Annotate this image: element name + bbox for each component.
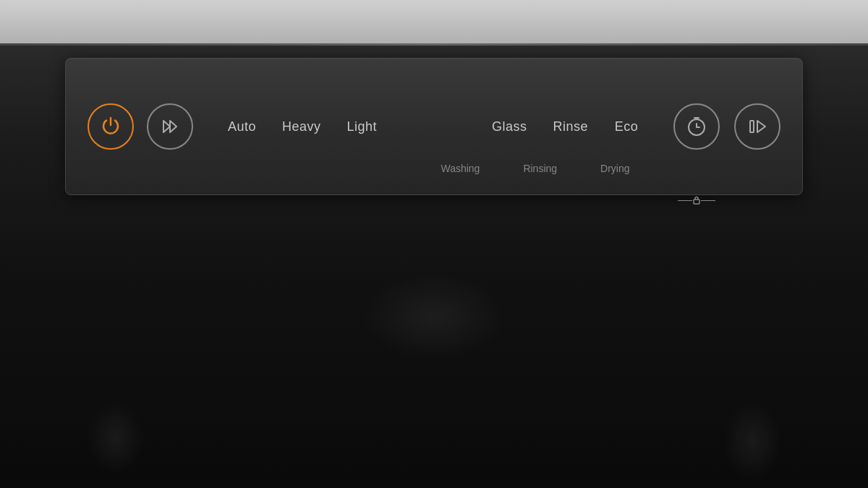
button-row: Auto Heavy Light Glass Rinse xyxy=(88,103,780,150)
lock-indicator xyxy=(678,196,715,205)
timer-icon xyxy=(685,115,708,138)
cycle-glass[interactable]: Glass xyxy=(479,119,540,134)
bottom-right-shadow xyxy=(723,401,781,481)
cycle-light[interactable]: Light xyxy=(334,119,391,134)
cycle-rinse[interactable]: Rinse xyxy=(540,119,601,134)
cycle-glass-label: Glass xyxy=(492,119,527,134)
svg-marker-0 xyxy=(163,121,170,132)
right-controls xyxy=(673,103,780,150)
fast-forward-button[interactable] xyxy=(147,103,193,150)
svg-rect-3 xyxy=(694,200,699,204)
lock-line-left xyxy=(678,200,692,201)
lock-icon xyxy=(692,196,701,205)
cycle-group-left: Auto Heavy Light xyxy=(215,119,390,134)
cycle-eco-label: Eco xyxy=(615,119,639,134)
control-panel: Auto Heavy Light Glass Rinse xyxy=(65,58,803,195)
status-washing: Washing xyxy=(441,163,480,174)
play-pause-icon xyxy=(744,114,770,140)
cycle-heavy[interactable]: Heavy xyxy=(269,119,334,134)
cycle-group-right: Glass Rinse Eco xyxy=(479,119,652,134)
svg-marker-1 xyxy=(170,121,176,132)
top-bar xyxy=(0,0,868,43)
play-pause-button[interactable] xyxy=(734,103,780,150)
status-drying: Drying xyxy=(600,163,629,174)
timer-button[interactable] xyxy=(673,103,720,150)
timer-wrapper xyxy=(673,103,720,150)
power-button[interactable] xyxy=(88,103,134,150)
cycle-rinse-label: Rinse xyxy=(553,119,588,134)
cycle-light-label: Light xyxy=(347,119,378,134)
svg-rect-4 xyxy=(750,121,754,132)
lock-line-right xyxy=(701,200,715,201)
cycle-heavy-label: Heavy xyxy=(282,119,321,134)
appliance-body: Auto Heavy Light Glass Rinse xyxy=(0,43,868,273)
cycle-eco[interactable]: Eco xyxy=(601,119,652,134)
cycle-auto[interactable]: Auto xyxy=(215,119,269,134)
power-icon xyxy=(99,115,122,138)
fast-forward-icon xyxy=(158,115,182,138)
bottom-left-shadow xyxy=(87,401,145,474)
cycle-auto-label: Auto xyxy=(228,119,256,134)
status-rinsing: Rinsing xyxy=(523,163,557,174)
svg-marker-5 xyxy=(757,121,765,132)
status-row: Washing Rinsing Drying xyxy=(66,163,802,174)
bottom-area xyxy=(0,273,868,489)
